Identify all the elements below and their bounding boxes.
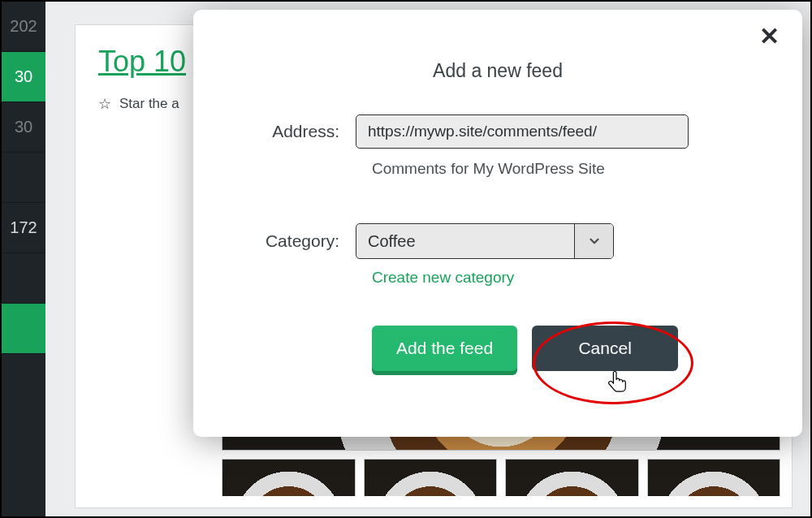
sidebar-item[interactable]: 202 [2,2,45,52]
sidebar-item[interactable] [2,304,45,354]
thumbnail[interactable] [505,459,639,496]
category-value: Coffee [356,224,574,258]
close-icon[interactable]: ✕ [759,24,780,49]
add-feed-button[interactable]: Add the feed [372,326,517,371]
subtext-label: Star the a [119,96,179,112]
star-icon: ☆ [98,95,111,113]
category-select[interactable]: Coffee [356,223,614,259]
sidebar-item[interactable]: 30 [2,52,45,102]
cancel-button[interactable]: Cancel [532,326,678,371]
sidebar-item[interactable]: 172 [2,203,45,253]
thumbnail[interactable] [364,459,498,496]
add-feed-modal: ✕ Add a new feed Address: Comments for M… [193,10,802,437]
modal-title: Add a new feed [226,60,770,82]
address-hint: Comments for My WordPress Site [372,160,770,178]
chevron-down-icon[interactable] [574,224,613,258]
thumbnail[interactable] [647,459,781,496]
sidebar-item[interactable] [2,253,45,304]
address-label: Address: [226,122,356,141]
create-category-link[interactable]: Create new category [372,269,770,287]
cursor-icon [607,370,628,395]
thumbnail[interactable] [222,459,356,496]
address-input[interactable] [356,114,689,149]
category-label: Category: [226,231,356,251]
sidebar: 202 30 30 172 [2,2,45,516]
sidebar-item[interactable]: 30 [2,102,45,153]
sidebar-item[interactable] [2,153,45,203]
